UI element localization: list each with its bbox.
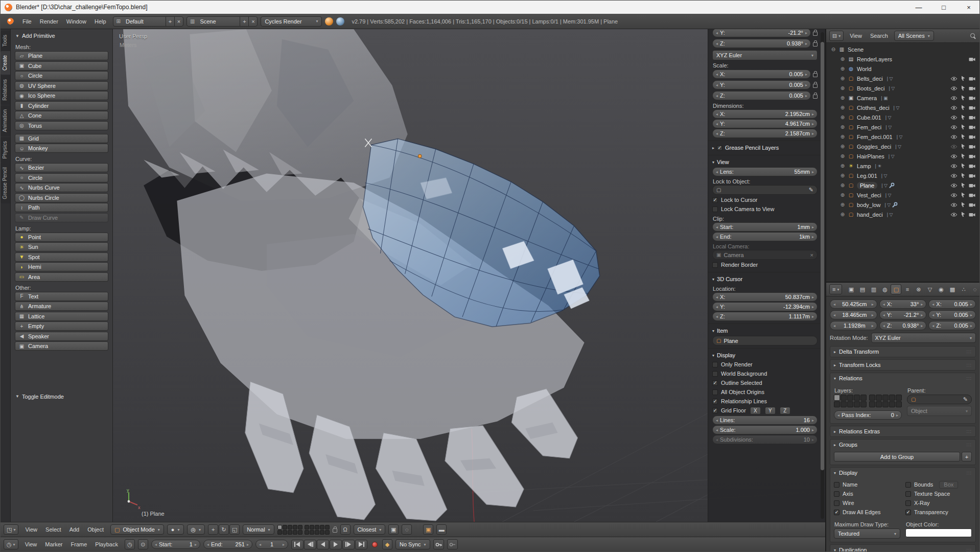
display-draw-all-edges[interactable]: Draw All Edges — [834, 508, 900, 517]
tool-button-cylinder[interactable]: ▮ Cylinder — [15, 101, 108, 110]
timeline-menu-marker[interactable]: Marker — [41, 540, 66, 549]
frame-end-field[interactable]: ◂End:251▸ — [203, 540, 252, 549]
outliner-menu-view[interactable]: View — [846, 31, 866, 40]
snap-target-icon[interactable]: ▣ — [388, 524, 399, 535]
clear-icon[interactable]: × — [810, 252, 813, 258]
outliner-scope-select[interactable]: All Scenes▾ — [894, 31, 934, 41]
display-panel-header[interactable]: ▾Display — [712, 351, 818, 360]
selectability-arrow-icon[interactable] — [961, 105, 966, 110]
properties-tab-object[interactable]: ▢ — [891, 284, 901, 294]
proportional-edit-icon[interactable]: ◌ — [402, 524, 412, 535]
properties-tab-render[interactable]: ▣ — [846, 284, 856, 294]
expand-icon[interactable]: ⊕ — [839, 182, 846, 188]
properties-tab-constraints[interactable]: ≡ — [902, 284, 913, 294]
timeline-menu-playback[interactable]: Playback — [91, 540, 122, 549]
unlock-icon[interactable] — [813, 95, 818, 99]
layer-cell[interactable] — [876, 401, 882, 407]
renderability-camera-icon[interactable] — [969, 212, 975, 217]
toggle-editmode-panel-header[interactable]: ▼ Toggle Editmode — [14, 392, 109, 402]
viewport-3d[interactable]: User Persp Meters (1) Plane y x — [113, 29, 825, 522]
display-bounds[interactable]: Bounds Box — [905, 480, 972, 489]
scale-y-field[interactable]: ◂Y:0.005▸ — [712, 80, 811, 89]
tool-button-plane[interactable]: ▱ Plane — [15, 51, 108, 60]
renderability-camera-icon[interactable] — [969, 105, 975, 110]
outliner-item-hand-deci[interactable]: ⊕ ▢ hand_deci | ▽ — [827, 210, 978, 219]
keying-set-icon[interactable]: ◆ — [382, 539, 392, 549]
renderability-camera-icon[interactable] — [969, 154, 975, 158]
grid-subdivisions-field[interactable]: ◂Subdivisions:10▸ — [712, 435, 818, 444]
layer-cell[interactable] — [834, 395, 840, 401]
viewport-display-only-render[interactable]: Only Render — [712, 360, 818, 369]
outliner-item-scene[interactable]: ⊖ ▥ Scene — [827, 44, 978, 54]
selectability-arrow-icon[interactable] — [961, 95, 966, 101]
visibility-eye-icon[interactable] — [950, 76, 958, 81]
panel-grip-icon[interactable]: ::: — [966, 349, 972, 354]
grid-axis-button-x[interactable]: X — [750, 407, 761, 415]
add-layout-button[interactable]: + — [166, 17, 174, 26]
layer-cell[interactable] — [320, 530, 324, 535]
maximize-button[interactable]: □ — [933, 1, 954, 14]
render-engine-select[interactable]: Cycles Render ▾ — [261, 16, 322, 27]
renderability-camera-icon[interactable] — [969, 193, 975, 197]
viewport-display-all-object-origins[interactable]: All Object Origins — [712, 387, 818, 397]
prev-keyframe-button[interactable] — [304, 540, 316, 549]
properties-tab-data[interactable]: ▽ — [924, 284, 935, 294]
scale-field-2[interactable]: ◂ Z: 0.005 ▸ — [928, 321, 976, 330]
viewport-display-world-background[interactable]: World Background — [712, 369, 818, 378]
object-color-swatch[interactable] — [905, 528, 972, 537]
tool-button-sun[interactable]: ☀ Sun — [15, 242, 108, 251]
display-axis[interactable]: Axis — [834, 489, 900, 498]
layer-cell[interactable] — [283, 525, 287, 530]
tool-button-area[interactable]: ▭ Area — [15, 272, 108, 282]
dimensions-x-field[interactable]: ◂X:2.1952cm▸ — [712, 109, 818, 119]
location-field-2[interactable]: ◂ 1.1928m ▸ — [830, 321, 877, 330]
timeline-menu-view[interactable]: View — [21, 540, 41, 549]
local-camera-field[interactable]: ▣ Camera × — [712, 250, 818, 260]
layer-cell[interactable] — [847, 395, 853, 401]
selectability-arrow-icon[interactable] — [961, 153, 966, 159]
jump-to-end-button[interactable] — [355, 540, 367, 549]
outliner-item-belts-deci[interactable]: ⊕ ▢ Belts_deci | ▽ — [827, 74, 978, 83]
visibility-eye-icon[interactable] — [950, 86, 958, 91]
visibility-eye-icon[interactable] — [950, 173, 958, 178]
renderability-camera-icon[interactable] — [969, 125, 975, 129]
next-keyframe-button[interactable] — [342, 540, 355, 549]
panel-grip-icon[interactable]: ::: — [966, 429, 972, 434]
info-menu-render[interactable]: Render — [36, 17, 62, 26]
grease-pencil-panel-header[interactable]: ▸ Grease Pencil Layers — [712, 143, 818, 152]
view3d-menu-object[interactable]: Object — [84, 525, 107, 534]
checkbox-lock-to-cursor[interactable]: Lock to Cursor — [712, 195, 818, 204]
display-transparency[interactable]: Transparency — [905, 508, 972, 517]
mode-select[interactable]: ▢ Object Mode ▾ — [110, 524, 164, 535]
blender-app-menu-icon[interactable] — [5, 16, 16, 27]
outliner-item-body-low[interactable]: ⊕ ▢ body_low | ▽ — [827, 200, 978, 210]
parent-type-dropdown[interactable]: Object▾ — [907, 406, 972, 416]
opengl-render-image-button[interactable]: ▣ — [423, 524, 433, 535]
visibility-eye-icon[interactable] — [950, 212, 958, 217]
lens-field[interactable]: ◂Lens:55mm▸ — [712, 167, 818, 176]
renderability-camera-icon[interactable] — [969, 183, 975, 188]
manipulator-translate-button[interactable]: + — [208, 524, 218, 535]
info-menu-file[interactable]: File — [19, 17, 35, 26]
outliner-item-cube-001[interactable]: ⊕ ▢ Cube.001 | ▽ — [827, 112, 978, 122]
properties-tab-modifiers[interactable]: ⊗ — [913, 284, 924, 294]
play-button[interactable] — [330, 540, 342, 549]
outliner-item-vest-deci[interactable]: ⊕ ▢ Vest_deci | ▽ — [827, 190, 978, 200]
layer-cell[interactable] — [860, 401, 867, 407]
renderability-camera-icon[interactable] — [969, 57, 975, 61]
editor-type-button[interactable]: ⊟▾ — [829, 31, 844, 41]
rotation-field-2[interactable]: ◂ Z: 0.938° ▸ — [879, 321, 927, 330]
add-primitive-panel-header[interactable]: ▼ Add Primitive — [14, 31, 109, 41]
add-to-group-button[interactable]: Add to Group — [834, 452, 960, 462]
tool-button-ico-sphere[interactable]: ◉ Ico Sphere — [15, 91, 108, 100]
toolshelf-tab-physics[interactable]: Physics — [1, 137, 10, 163]
view3d-menu-select[interactable]: Select — [42, 525, 65, 534]
tool-button-circle[interactable]: ○ Circle — [15, 173, 108, 182]
layer-cell[interactable] — [298, 525, 302, 530]
properties-tab-material[interactable]: ◉ — [936, 284, 946, 294]
properties-tab-world[interactable]: ◍ — [879, 284, 890, 294]
expand-icon[interactable]: ⊕ — [839, 163, 846, 169]
visibility-eye-icon[interactable] — [950, 125, 958, 130]
location-field-1[interactable]: ◂ 18.465cm ▸ — [830, 310, 877, 319]
tool-button-nurbs-circle[interactable]: ◯ Nurbs Circle — [15, 193, 108, 202]
